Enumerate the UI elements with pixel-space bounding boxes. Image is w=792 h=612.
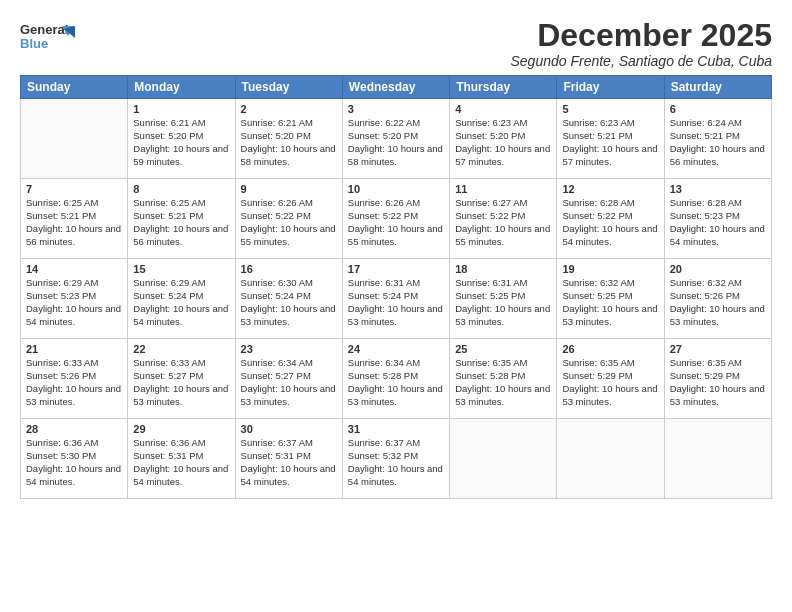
subtitle: Segundo Frente, Santiago de Cuba, Cuba <box>510 53 772 69</box>
calendar-week-3: 14Sunrise: 6:29 AMSunset: 5:23 PMDayligh… <box>21 259 772 339</box>
day-info: Sunrise: 6:26 AMSunset: 5:22 PMDaylight:… <box>348 197 444 248</box>
calendar-cell: 29Sunrise: 6:36 AMSunset: 5:31 PMDayligh… <box>128 419 235 499</box>
calendar-cell <box>21 99 128 179</box>
day-number: 9 <box>241 183 337 195</box>
day-number: 1 <box>133 103 229 115</box>
day-number: 15 <box>133 263 229 275</box>
header-monday: Monday <box>128 76 235 99</box>
day-info: Sunrise: 6:22 AMSunset: 5:20 PMDaylight:… <box>348 117 444 168</box>
day-number: 11 <box>455 183 551 195</box>
day-number: 20 <box>670 263 766 275</box>
day-info: Sunrise: 6:29 AMSunset: 5:23 PMDaylight:… <box>26 277 122 328</box>
calendar-cell: 3Sunrise: 6:22 AMSunset: 5:20 PMDaylight… <box>342 99 449 179</box>
day-info: Sunrise: 6:36 AMSunset: 5:30 PMDaylight:… <box>26 437 122 488</box>
day-number: 19 <box>562 263 658 275</box>
calendar-cell: 11Sunrise: 6:27 AMSunset: 5:22 PMDayligh… <box>450 179 557 259</box>
calendar-cell: 6Sunrise: 6:24 AMSunset: 5:21 PMDaylight… <box>664 99 771 179</box>
day-info: Sunrise: 6:23 AMSunset: 5:20 PMDaylight:… <box>455 117 551 168</box>
calendar-cell: 7Sunrise: 6:25 AMSunset: 5:21 PMDaylight… <box>21 179 128 259</box>
calendar-cell: 10Sunrise: 6:26 AMSunset: 5:22 PMDayligh… <box>342 179 449 259</box>
day-number: 27 <box>670 343 766 355</box>
day-info: Sunrise: 6:25 AMSunset: 5:21 PMDaylight:… <box>26 197 122 248</box>
calendar-cell: 21Sunrise: 6:33 AMSunset: 5:26 PMDayligh… <box>21 339 128 419</box>
logo: General Blue <box>20 18 75 56</box>
day-info: Sunrise: 6:23 AMSunset: 5:21 PMDaylight:… <box>562 117 658 168</box>
logo-svg: General Blue <box>20 18 75 56</box>
day-info: Sunrise: 6:34 AMSunset: 5:27 PMDaylight:… <box>241 357 337 408</box>
day-number: 23 <box>241 343 337 355</box>
day-number: 22 <box>133 343 229 355</box>
calendar-cell: 13Sunrise: 6:28 AMSunset: 5:23 PMDayligh… <box>664 179 771 259</box>
day-number: 2 <box>241 103 337 115</box>
day-info: Sunrise: 6:36 AMSunset: 5:31 PMDaylight:… <box>133 437 229 488</box>
calendar-cell: 27Sunrise: 6:35 AMSunset: 5:29 PMDayligh… <box>664 339 771 419</box>
day-info: Sunrise: 6:37 AMSunset: 5:31 PMDaylight:… <box>241 437 337 488</box>
day-number: 8 <box>133 183 229 195</box>
calendar-week-2: 7Sunrise: 6:25 AMSunset: 5:21 PMDaylight… <box>21 179 772 259</box>
day-number: 7 <box>26 183 122 195</box>
header: General Blue December 2025 Segundo Frent… <box>20 18 772 69</box>
day-info: Sunrise: 6:21 AMSunset: 5:20 PMDaylight:… <box>241 117 337 168</box>
calendar-cell: 9Sunrise: 6:26 AMSunset: 5:22 PMDaylight… <box>235 179 342 259</box>
day-info: Sunrise: 6:29 AMSunset: 5:24 PMDaylight:… <box>133 277 229 328</box>
day-number: 30 <box>241 423 337 435</box>
day-info: Sunrise: 6:34 AMSunset: 5:28 PMDaylight:… <box>348 357 444 408</box>
calendar-cell: 4Sunrise: 6:23 AMSunset: 5:20 PMDaylight… <box>450 99 557 179</box>
day-number: 3 <box>348 103 444 115</box>
day-info: Sunrise: 6:24 AMSunset: 5:21 PMDaylight:… <box>670 117 766 168</box>
day-number: 4 <box>455 103 551 115</box>
svg-text:Blue: Blue <box>20 36 48 51</box>
day-number: 25 <box>455 343 551 355</box>
day-number: 21 <box>26 343 122 355</box>
day-info: Sunrise: 6:25 AMSunset: 5:21 PMDaylight:… <box>133 197 229 248</box>
calendar-week-5: 28Sunrise: 6:36 AMSunset: 5:30 PMDayligh… <box>21 419 772 499</box>
header-tuesday: Tuesday <box>235 76 342 99</box>
day-info: Sunrise: 6:37 AMSunset: 5:32 PMDaylight:… <box>348 437 444 488</box>
day-number: 17 <box>348 263 444 275</box>
calendar-cell: 31Sunrise: 6:37 AMSunset: 5:32 PMDayligh… <box>342 419 449 499</box>
month-title: December 2025 <box>510 18 772 53</box>
day-info: Sunrise: 6:35 AMSunset: 5:28 PMDaylight:… <box>455 357 551 408</box>
day-info: Sunrise: 6:33 AMSunset: 5:26 PMDaylight:… <box>26 357 122 408</box>
header-friday: Friday <box>557 76 664 99</box>
day-number: 18 <box>455 263 551 275</box>
calendar-cell <box>450 419 557 499</box>
day-number: 13 <box>670 183 766 195</box>
calendar-cell: 30Sunrise: 6:37 AMSunset: 5:31 PMDayligh… <box>235 419 342 499</box>
day-info: Sunrise: 6:32 AMSunset: 5:25 PMDaylight:… <box>562 277 658 328</box>
day-info: Sunrise: 6:27 AMSunset: 5:22 PMDaylight:… <box>455 197 551 248</box>
calendar-cell: 17Sunrise: 6:31 AMSunset: 5:24 PMDayligh… <box>342 259 449 339</box>
calendar-header-row: Sunday Monday Tuesday Wednesday Thursday… <box>21 76 772 99</box>
header-thursday: Thursday <box>450 76 557 99</box>
calendar-cell: 15Sunrise: 6:29 AMSunset: 5:24 PMDayligh… <box>128 259 235 339</box>
calendar-week-4: 21Sunrise: 6:33 AMSunset: 5:26 PMDayligh… <box>21 339 772 419</box>
day-info: Sunrise: 6:35 AMSunset: 5:29 PMDaylight:… <box>562 357 658 408</box>
day-info: Sunrise: 6:31 AMSunset: 5:24 PMDaylight:… <box>348 277 444 328</box>
day-number: 31 <box>348 423 444 435</box>
calendar-cell <box>557 419 664 499</box>
calendar-cell: 22Sunrise: 6:33 AMSunset: 5:27 PMDayligh… <box>128 339 235 419</box>
day-info: Sunrise: 6:32 AMSunset: 5:26 PMDaylight:… <box>670 277 766 328</box>
day-info: Sunrise: 6:28 AMSunset: 5:23 PMDaylight:… <box>670 197 766 248</box>
day-info: Sunrise: 6:26 AMSunset: 5:22 PMDaylight:… <box>241 197 337 248</box>
calendar-cell: 5Sunrise: 6:23 AMSunset: 5:21 PMDaylight… <box>557 99 664 179</box>
day-info: Sunrise: 6:21 AMSunset: 5:20 PMDaylight:… <box>133 117 229 168</box>
calendar-cell: 20Sunrise: 6:32 AMSunset: 5:26 PMDayligh… <box>664 259 771 339</box>
day-number: 10 <box>348 183 444 195</box>
calendar-cell: 25Sunrise: 6:35 AMSunset: 5:28 PMDayligh… <box>450 339 557 419</box>
day-number: 24 <box>348 343 444 355</box>
header-wednesday: Wednesday <box>342 76 449 99</box>
calendar-cell: 26Sunrise: 6:35 AMSunset: 5:29 PMDayligh… <box>557 339 664 419</box>
day-info: Sunrise: 6:30 AMSunset: 5:24 PMDaylight:… <box>241 277 337 328</box>
day-number: 6 <box>670 103 766 115</box>
calendar-cell: 1Sunrise: 6:21 AMSunset: 5:20 PMDaylight… <box>128 99 235 179</box>
day-info: Sunrise: 6:31 AMSunset: 5:25 PMDaylight:… <box>455 277 551 328</box>
calendar-cell <box>664 419 771 499</box>
calendar-cell: 8Sunrise: 6:25 AMSunset: 5:21 PMDaylight… <box>128 179 235 259</box>
title-block: December 2025 Segundo Frente, Santiago d… <box>510 18 772 69</box>
calendar-cell: 16Sunrise: 6:30 AMSunset: 5:24 PMDayligh… <box>235 259 342 339</box>
svg-text:General: General <box>20 22 68 37</box>
calendar-cell: 24Sunrise: 6:34 AMSunset: 5:28 PMDayligh… <box>342 339 449 419</box>
day-number: 28 <box>26 423 122 435</box>
day-info: Sunrise: 6:33 AMSunset: 5:27 PMDaylight:… <box>133 357 229 408</box>
